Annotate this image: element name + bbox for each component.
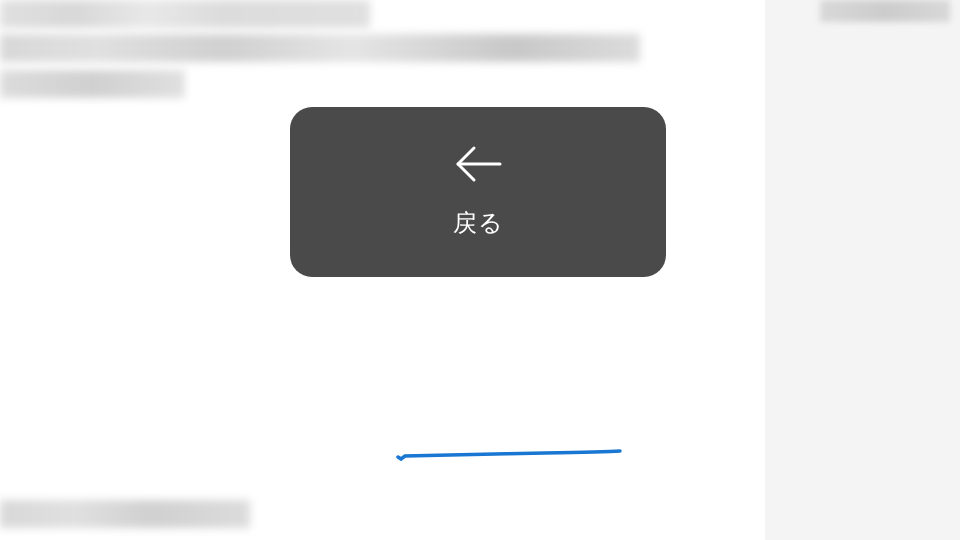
back-navigation-toast[interactable]: 戻る bbox=[290, 107, 666, 277]
right-sidebar bbox=[765, 0, 960, 540]
blurred-text-line bbox=[0, 0, 370, 28]
arrow-left-icon bbox=[454, 145, 502, 183]
column-divider bbox=[758, 0, 765, 540]
blurred-text-line bbox=[0, 34, 640, 62]
blurred-text-line bbox=[0, 70, 185, 98]
annotation-underline bbox=[395, 448, 625, 462]
back-label: 戻る bbox=[453, 207, 504, 239]
blurred-text-line bbox=[0, 500, 250, 528]
main-content-area: 戻る bbox=[0, 0, 758, 540]
blurred-text-line bbox=[820, 0, 950, 22]
